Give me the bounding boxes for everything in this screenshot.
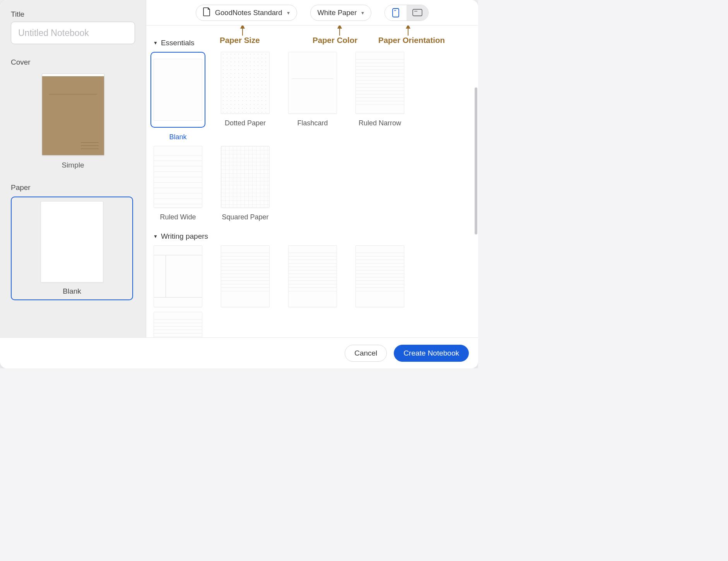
sidebar: Title Cover Simple Paper Blank	[0, 0, 146, 337]
annotation-arrow	[406, 26, 410, 29]
section-writing-label: Writing papers	[161, 232, 208, 241]
template-label: Blank	[169, 133, 186, 141]
cover-option[interactable]: Simple	[11, 74, 135, 169]
main-panel: GoodNotes Standard ▾ White Paper ▾	[146, 0, 478, 337]
cover-section: Cover Simple	[11, 58, 135, 169]
cancel-button[interactable]: Cancel	[345, 345, 387, 362]
template-label: Ruled Narrow	[359, 119, 401, 127]
section-writing-header[interactable]: ▼ Writing papers	[153, 232, 474, 241]
chevron-down-icon: ▾	[287, 10, 290, 16]
template-scroll[interactable]: Paper Size Paper Color Paper Orientation…	[146, 26, 478, 337]
paper-thumbnail	[41, 201, 103, 282]
create-notebook-button[interactable]: Create Notebook	[394, 345, 469, 362]
essentials-grid: Blank Dotted Paper Flashcard Ruled Narro…	[150, 52, 474, 221]
orientation-portrait-button[interactable]	[385, 5, 407, 21]
template-writing-5[interactable]	[150, 312, 206, 337]
svg-rect-2	[413, 9, 422, 16]
modal-body: Title Cover Simple Paper Blank	[0, 0, 478, 337]
annotation-arrow-stem	[242, 29, 243, 36]
triangle-down-icon: ▼	[153, 234, 158, 239]
template-squared[interactable]: Squared Paper	[217, 146, 273, 221]
paper-size-dropdown[interactable]: GoodNotes Standard ▾	[196, 5, 297, 21]
annotation-arrow-stem	[408, 29, 408, 36]
template-ruled-narrow[interactable]: Ruled Narrow	[352, 52, 408, 141]
new-notebook-modal: Title Cover Simple Paper Blank	[0, 0, 478, 368]
paper-section: Paper Blank	[11, 183, 135, 300]
modal-footer: Cancel Create Notebook	[0, 337, 478, 368]
orientation-toggle	[385, 5, 429, 21]
writing-grid	[150, 245, 474, 337]
template-writing-2[interactable]	[217, 245, 273, 307]
paper-color-value: White Paper	[318, 9, 357, 17]
section-essentials-header[interactable]: ▼ Essentials	[153, 39, 474, 47]
paper-option-selected[interactable]: Blank	[11, 197, 133, 300]
paper-size-value: GoodNotes Standard	[215, 9, 282, 17]
orientation-landscape-button[interactable]	[407, 5, 428, 21]
chevron-down-icon: ▾	[361, 10, 364, 16]
template-label: Ruled Wide	[160, 213, 196, 221]
template-label: Flashcard	[297, 119, 328, 127]
cover-name: Simple	[62, 161, 84, 169]
cover-label: Cover	[11, 58, 135, 67]
svg-rect-0	[393, 9, 399, 17]
template-label: Dotted Paper	[225, 119, 266, 127]
template-blank[interactable]: Blank	[150, 52, 206, 141]
triangle-down-icon: ▼	[153, 40, 158, 46]
template-writing-3[interactable]	[285, 245, 340, 307]
annotation-arrow-stem	[339, 29, 340, 36]
template-writing-4[interactable]	[352, 245, 408, 307]
template-flashcard[interactable]: Flashcard	[285, 52, 340, 141]
cover-thumbnail	[42, 74, 104, 156]
title-input[interactable]	[11, 22, 135, 44]
template-dotted[interactable]: Dotted Paper	[217, 52, 273, 141]
scrollbar-thumb[interactable]	[475, 87, 477, 234]
paper-toolbar: GoodNotes Standard ▾ White Paper ▾	[146, 0, 478, 26]
section-essentials-label: Essentials	[161, 39, 195, 47]
paper-label: Paper	[11, 183, 135, 192]
template-writing-1[interactable]	[150, 245, 206, 307]
paper-name: Blank	[63, 287, 81, 296]
template-label: Squared Paper	[222, 213, 268, 221]
annotation-arrow	[240, 26, 245, 29]
annotation-arrow	[337, 26, 342, 29]
title-label: Title	[11, 10, 135, 19]
template-ruled-wide[interactable]: Ruled Wide	[150, 146, 206, 221]
page-icon	[203, 7, 210, 18]
paper-color-dropdown[interactable]: White Paper ▾	[310, 5, 372, 21]
